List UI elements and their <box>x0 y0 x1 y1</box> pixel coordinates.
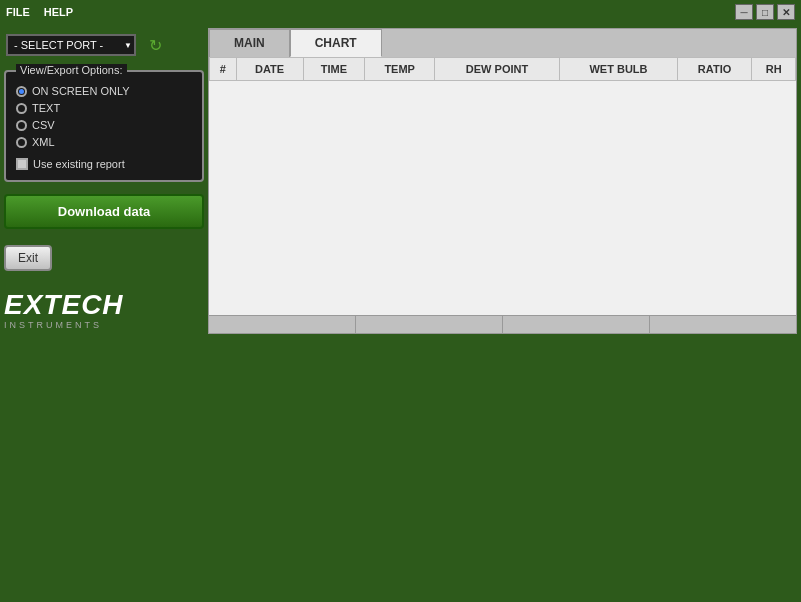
col-header-ratio: RATIO <box>677 58 751 81</box>
close-button[interactable]: ✕ <box>777 4 795 20</box>
help-menu[interactable]: HELP <box>44 6 73 18</box>
port-row: - SELECT PORT - ↻ <box>4 28 204 62</box>
menubar: FILE HELP ─ □ ✕ <box>0 0 801 24</box>
port-select[interactable]: - SELECT PORT - <box>6 34 136 56</box>
maximize-button[interactable]: □ <box>756 4 774 20</box>
radio-label-0: ON SCREEN ONLY <box>32 85 130 97</box>
status-bar <box>209 315 796 333</box>
menu-items: FILE HELP <box>6 6 73 18</box>
col-header-time: TIME <box>303 58 365 81</box>
minimize-button[interactable]: ─ <box>735 4 753 20</box>
status-seg-3 <box>503 316 650 333</box>
checkbox-row: Use existing report <box>16 158 192 170</box>
status-seg-4 <box>650 316 796 333</box>
logo: EXTECH INSTRUMENTS <box>4 287 204 334</box>
header-row: #DATETIMETEMPDEW POINTWET BULBRATIORH <box>210 58 796 81</box>
radio-circle-2 <box>16 120 27 131</box>
radio-group: ON SCREEN ONLYTEXTCSVXML <box>16 85 192 148</box>
status-seg-2 <box>356 316 503 333</box>
window-controls: ─ □ ✕ <box>735 4 795 20</box>
left-panel: - SELECT PORT - ↻ View/Export Options: O… <box>4 28 204 334</box>
main-content: - SELECT PORT - ↻ View/Export Options: O… <box>0 24 801 338</box>
exit-button[interactable]: Exit <box>4 245 52 271</box>
col-header-temp: TEMP <box>365 58 434 81</box>
existing-report-checkbox[interactable] <box>16 158 28 170</box>
radio-circle-0 <box>16 86 27 97</box>
radio-label-3: XML <box>32 136 55 148</box>
radio-circle-3 <box>16 137 27 148</box>
col-header-date: DATE <box>236 58 303 81</box>
refresh-button[interactable]: ↻ <box>142 32 168 58</box>
data-table: #DATETIMETEMPDEW POINTWET BULBRATIORH <box>209 57 796 81</box>
col-header-wet-bulb: WET BULB <box>560 58 678 81</box>
radio-circle-1 <box>16 103 27 114</box>
logo-text: EXTECH <box>4 291 204 319</box>
radio-label-2: CSV <box>32 119 55 131</box>
col-header-rh: RH <box>752 58 796 81</box>
radio-item-2[interactable]: CSV <box>16 119 192 131</box>
tab-main[interactable]: MAIN <box>209 29 290 57</box>
checkbox-label: Use existing report <box>33 158 125 170</box>
status-seg-1 <box>209 316 356 333</box>
table-container[interactable]: #DATETIMETEMPDEW POINTWET BULBRATIORH <box>209 57 796 315</box>
download-button[interactable]: Download data <box>4 194 204 229</box>
table-head: #DATETIMETEMPDEW POINTWET BULBRATIORH <box>210 58 796 81</box>
port-select-wrapper: - SELECT PORT - <box>6 34 136 56</box>
options-box: View/Export Options: ON SCREEN ONLYTEXTC… <box>4 70 204 182</box>
tab-chart[interactable]: CHART <box>290 29 382 57</box>
radio-item-3[interactable]: XML <box>16 136 192 148</box>
logo-subtext: INSTRUMENTS <box>4 320 204 330</box>
tabs: MAINCHART <box>209 29 796 57</box>
file-menu[interactable]: FILE <box>6 6 30 18</box>
radio-item-1[interactable]: TEXT <box>16 102 192 114</box>
col-header-#: # <box>210 58 237 81</box>
right-panel: MAINCHART #DATETIMETEMPDEW POINTWET BULB… <box>208 28 797 334</box>
col-header-dew-point: DEW POINT <box>434 58 559 81</box>
radio-label-1: TEXT <box>32 102 60 114</box>
radio-item-0[interactable]: ON SCREEN ONLY <box>16 85 192 97</box>
options-title: View/Export Options: <box>16 64 127 76</box>
